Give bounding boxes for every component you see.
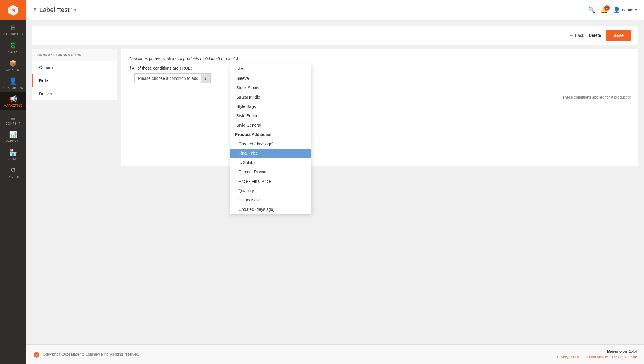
sales-icon: 💲 xyxy=(9,42,17,49)
dropdown-group-header-product-additional: Product Additional xyxy=(230,130,311,139)
hamburger-icon[interactable]: ≡ xyxy=(33,7,37,13)
sidebar-item-dashboard[interactable]: ⊞ Dashboard xyxy=(0,20,26,38)
admin-dropdown-arrow: ▾ xyxy=(635,8,637,12)
content-area: ← Back Delete Save General Information G… xyxy=(26,20,644,344)
page-body: General Information General Rule Design … xyxy=(32,49,638,166)
admin-label: admin xyxy=(622,8,633,12)
svg-text:M: M xyxy=(35,353,38,356)
footer-right: Magento ver. 2.4.4 Privacy Policy | Acco… xyxy=(557,349,637,360)
sidebar-item-catalog[interactable]: 📦 Catalog xyxy=(0,56,26,74)
sidebar-item-label: Catalog xyxy=(6,68,20,72)
search-icon: 🔍 xyxy=(588,7,595,13)
header-right: 🔍 🔔 1 👤 admin ▾ xyxy=(588,6,637,13)
dropdown-item-percent-discount[interactable]: Percent Discount xyxy=(230,167,311,177)
footer-separator-1: | xyxy=(581,354,581,360)
sidebar: M ⊞ Dashboard 💲 Sales 📦 Catalog 👤 Custom… xyxy=(0,0,26,364)
if-label: If A xyxy=(129,66,134,70)
reports-icon: 📊 xyxy=(9,131,17,139)
left-nav-section-header: General Information xyxy=(32,49,117,61)
catalog-icon: 📦 xyxy=(9,60,17,67)
notification-badge: 1 xyxy=(604,5,610,11)
report-issue-link[interactable]: Report an Issue xyxy=(612,354,637,360)
footer-links: Privacy Policy | Account Activity | Repo… xyxy=(557,354,637,360)
sidebar-item-label: System xyxy=(7,175,20,179)
delete-button[interactable]: Delete xyxy=(589,33,601,38)
dropdown-item-quantity[interactable]: Quantity xyxy=(230,186,311,195)
sidebar-item-label: Stores xyxy=(7,158,20,161)
footer-version-number: ver. 2.4.4 xyxy=(623,349,637,353)
back-arrow-icon: ← xyxy=(570,33,574,38)
notification-button[interactable]: 🔔 1 xyxy=(600,6,608,13)
page-title: Label "test" ▾ xyxy=(39,6,76,14)
footer-version: Magento ver. 2.4.4 xyxy=(557,349,637,354)
dropdown-item-is-salable[interactable]: Is Salable xyxy=(230,158,311,167)
conditions-applied: These conditions applied for 0 product(s… xyxy=(129,95,631,99)
search-button[interactable]: 🔍 xyxy=(588,6,595,13)
dashboard-icon: ⊞ xyxy=(11,24,16,32)
conditions-label-end: cts) xyxy=(232,56,238,61)
system-icon: ⚙ xyxy=(10,167,16,174)
sidebar-item-reports[interactable]: 📊 Reports xyxy=(0,127,26,145)
conditions-label-suffix: nditions (leave blank for all products m… xyxy=(134,56,232,61)
general-information-section: General Information General Rule Design xyxy=(32,49,117,101)
sidebar-item-label: Content xyxy=(6,122,21,125)
condition-dropdown[interactable]: Please choose a condition to add. xyxy=(134,73,211,83)
footer-copyright: Copyright © 2024 Magento Commerce Inc. A… xyxy=(43,352,139,356)
left-nav-item-design[interactable]: Design xyxy=(32,87,117,101)
save-button[interactable]: Save xyxy=(606,30,631,41)
dropdown-item-strap-handle[interactable]: Strap/Handle xyxy=(230,92,311,102)
condition-select-wrapper: Please choose a condition to add. ▾ xyxy=(134,73,211,83)
condition-add-row: Please choose a condition to add. ▾ xyxy=(134,73,631,83)
svg-text:M: M xyxy=(11,8,15,13)
dropdown-item-final-price[interactable]: Final Price xyxy=(230,149,311,158)
footer-left: M Copyright © 2024 Magento Commerce Inc.… xyxy=(33,351,139,358)
dropdown-item-updated-days-ago[interactable]: Updated (days ago) xyxy=(230,205,311,214)
conditions-label-prefix: Co xyxy=(129,56,134,61)
right-content: Conditions (leave blank for all products… xyxy=(121,49,638,166)
footer-separator-2: | xyxy=(610,354,610,360)
marketing-icon: 📢 xyxy=(9,95,17,103)
if-all-label: If All of these conditions are TRUE: xyxy=(129,66,631,70)
dropdown-item-sleeve[interactable]: Sleeve xyxy=(230,74,311,83)
admin-user-menu[interactable]: 👤 admin ▾ xyxy=(613,6,637,13)
sidebar-item-content[interactable]: ▤ Content xyxy=(0,110,26,127)
sidebar-item-label: Marketing xyxy=(4,104,22,107)
sidebar-item-sales[interactable]: 💲 Sales xyxy=(0,38,26,56)
dropdown-item-style-bags[interactable]: Style Bags xyxy=(230,102,311,111)
dropdown-item-style-bottom[interactable]: Style Bottom xyxy=(230,111,311,120)
privacy-policy-link[interactable]: Privacy Policy xyxy=(557,354,579,360)
header: ≡ Label "test" ▾ 🔍 🔔 1 👤 admin ▾ xyxy=(26,0,644,20)
sidebar-item-customers[interactable]: 👤 Customers xyxy=(0,74,26,92)
left-nav-item-rule[interactable]: Rule xyxy=(32,74,117,87)
dropdown-item-created-days-ago[interactable]: Created (days ago) xyxy=(230,139,311,149)
dropdown-popup: Size Sleeve Stock Status Strap/Handle St… xyxy=(230,64,311,214)
left-nav-item-general[interactable]: General xyxy=(32,61,117,74)
dropdown-item-set-as-new[interactable]: Set as New xyxy=(230,195,311,205)
conditions-label: Conditions (leave blank for all products… xyxy=(129,56,631,61)
title-dropdown-arrow[interactable]: ▾ xyxy=(74,8,76,12)
content-icon: ▤ xyxy=(10,113,16,121)
admin-avatar-icon: 👤 xyxy=(613,6,620,13)
sidebar-item-marketing[interactable]: 📢 Marketing xyxy=(0,92,26,110)
sidebar-item-label: Dashboard xyxy=(3,33,23,36)
left-nav: General Information General Rule Design xyxy=(32,49,117,166)
footer-magento-label: Magento xyxy=(607,349,622,353)
sidebar-item-label: Customers xyxy=(3,86,23,89)
sidebar-item-label: Reports xyxy=(6,140,21,143)
stores-icon: 🏪 xyxy=(9,149,17,156)
header-left: ≡ Label "test" ▾ xyxy=(33,6,588,14)
dropdown-item-price-final-price[interactable]: Price - Final Price xyxy=(230,177,311,186)
sidebar-item-label: Sales xyxy=(8,51,18,54)
footer-logo-icon: M xyxy=(33,351,40,358)
customers-icon: 👤 xyxy=(9,77,17,85)
account-activity-link[interactable]: Account Activity xyxy=(583,354,608,360)
page-header: ← Back Delete Save xyxy=(32,26,638,45)
sidebar-logo[interactable]: M xyxy=(0,0,26,20)
sidebar-item-stores[interactable]: 🏪 Stores xyxy=(0,145,26,163)
footer: M Copyright © 2024 Magento Commerce Inc.… xyxy=(26,344,644,364)
dropdown-item-stock-status[interactable]: Stock Status xyxy=(230,83,311,92)
back-button[interactable]: ← Back xyxy=(570,33,584,38)
dropdown-item-size[interactable]: Size xyxy=(230,64,311,74)
dropdown-item-style-general[interactable]: Style General xyxy=(230,120,311,130)
sidebar-item-system[interactable]: ⚙ System xyxy=(0,163,26,181)
